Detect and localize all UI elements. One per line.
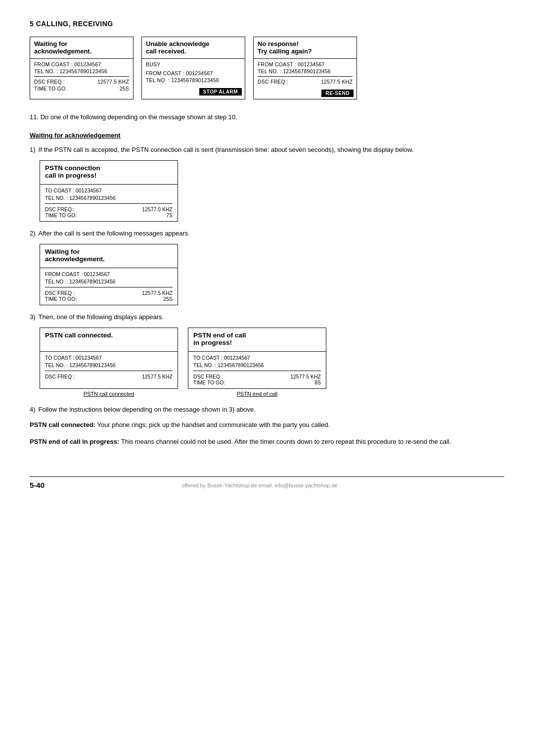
screen2-busy: BUSY <box>146 61 241 67</box>
pstn-connection-panel: PSTN connectioncall in progress! TO COAS… <box>40 160 178 222</box>
pstn-connected-row2: TEL NO. : 1234567890123456 <box>45 362 173 368</box>
pstn-conn-divider <box>45 203 173 204</box>
waiting-ack-divider <box>45 287 173 287</box>
screen3-btn-row: RE-SEND <box>254 88 356 99</box>
pstn-end-wrapper: PSTN end of callin progress! TO COAST : … <box>188 328 326 397</box>
screen1-row1: FROM COAST : 001234567 <box>34 61 129 67</box>
item3-content: Then, one of the following displays appe… <box>39 313 504 321</box>
screen1-top: Waiting foracknowledgement. <box>30 37 133 59</box>
screen2-row2: TEL NO. : 1234567890123456 <box>146 77 241 83</box>
waiting-ack-info: FROM COAST : 001234567 TEL NO. : 1234567… <box>40 268 178 305</box>
item1-num: 1) <box>30 146 36 153</box>
pstn-conn-time: TIME TO GO:7S <box>45 212 173 218</box>
item4-content: Follow the instructions below depending … <box>39 406 504 413</box>
screen1-info: FROM COAST : 001234567 TEL NO. : 1234567… <box>30 59 133 95</box>
pstn-conn-info: TO COAST : 001234567 TEL NO. : 123456789… <box>40 185 178 221</box>
waiting-ack-row1: FROM COAST : 001234567 <box>45 271 173 277</box>
top-screens-row: Waiting foracknowledgement. FROM COAST :… <box>30 37 504 99</box>
screen3-top: No response!Try calling again? <box>254 37 356 59</box>
two-screens-row: PSTN call connected. TO COAST : 00123456… <box>40 328 504 397</box>
pstn-end-top: PSTN end of callin progress! <box>188 328 326 352</box>
pstn-connected-caption: PSTN call connected <box>40 391 178 397</box>
para2: PSTN end of call in progress: This means… <box>30 437 504 447</box>
page-footer: 5-40 offered by Busse-Yachtshop.de email… <box>30 476 504 489</box>
step11-text: 11. Do one of the following depending on… <box>30 113 504 121</box>
screen-no-response: No response!Try calling again? FROM COAS… <box>253 37 357 99</box>
screen1-divider <box>34 76 129 77</box>
pstn-connected-top: PSTN call connected. <box>40 328 178 352</box>
screen3-divider <box>258 76 353 77</box>
item4: 4) Follow the instructions below dependi… <box>30 406 504 413</box>
screen2-row1: FROM COAST : 001234567 <box>146 70 241 76</box>
item4-num: 4) <box>30 406 36 413</box>
waiting-ack-top: Waiting foracknowledgement. <box>40 244 178 268</box>
pstn-connected-info: TO COAST : 001234567 TEL NO. : 123456789… <box>40 352 178 388</box>
re-send-button[interactable]: RE-SEND <box>321 90 354 97</box>
pstn-end-freq: DSC FREQ :12577.5 KHZ <box>193 374 321 379</box>
screen2-info: BUSY FROM COAST : 001234567 TEL NO. : 12… <box>142 59 245 87</box>
para2-bold: PSTN end of call in progress: <box>30 438 119 445</box>
pstn-end-row1: TO COAST : 001234567 <box>193 355 321 361</box>
footer-center: offered by Busse-Yachtshop.de email: inf… <box>44 482 475 488</box>
waiting-ack-row2: TEL NO. : 1234567890123456 <box>45 279 173 284</box>
pstn-end-time: TIME TO GO:8S <box>193 379 321 385</box>
pstn-conn-row2: TEL NO. : 1234567890123456 <box>45 195 173 201</box>
section-title: 5 CALLING, RECEIVING <box>30 20 504 28</box>
pstn-connected-wrapper: PSTN call connected. TO COAST : 00123456… <box>40 328 178 397</box>
screen2-top: Unable acknowledgecall received. <box>142 37 245 59</box>
screen2-btn-row: STOP ALARM <box>142 87 245 97</box>
item2-content: After the call is sent the following mes… <box>39 230 504 237</box>
screen3-freq: DSC FREQ :12577.5 KHZ <box>258 79 353 85</box>
pstn-end-caption: PSTN end of call <box>188 391 326 397</box>
screen3-info: FROM COAST : 001234567 TEL NO. : 1234567… <box>254 59 356 88</box>
screen-waiting-ack: Waiting foracknowledgement. FROM COAST :… <box>30 37 134 99</box>
stop-alarm-button[interactable]: STOP ALARM <box>199 88 242 95</box>
item2-num: 2) <box>30 230 36 237</box>
pstn-end-row2: TEL NO. : 1234567890123456 <box>193 362 321 368</box>
screen3-row2: TEL NO. : 1234567890123456 <box>258 68 353 74</box>
pstn-conn-row1: TO COAST : 001234567 <box>45 188 173 193</box>
pstn-end-divider <box>193 371 321 371</box>
pstn-connected-row1: TO COAST : 001234567 <box>45 355 173 361</box>
screen1-freq: DSC FREQ :12577.5 KHZ <box>34 79 129 85</box>
para1-bold: PSTN call connected: <box>30 421 95 428</box>
waiting-ack-time: TIME TO GO:25S <box>45 296 173 302</box>
pstn-connected-divider <box>45 371 173 371</box>
para2-text: This means channel could not be used. Af… <box>119 438 451 445</box>
item1: 1) If the PSTN call is accepted, the PST… <box>30 146 504 153</box>
waiting-ack-panel: Waiting foracknowledgement. FROM COAST :… <box>40 244 178 305</box>
screen1-row2: TEL NO. : 1234567890123456 <box>34 68 129 74</box>
waiting-ack-freq: DSC FREQ :12577.5 KHZ <box>45 290 173 296</box>
screen3-row1: FROM COAST : 001234567 <box>258 61 353 67</box>
page-number: 5-40 <box>30 481 44 489</box>
pstn-end-panel: PSTN end of callin progress! TO COAST : … <box>188 328 326 389</box>
item2: 2) After the call is sent the following … <box>30 230 504 237</box>
para1-text: Your phone rings; pick up the handset an… <box>95 421 330 428</box>
para1: PSTN call connected: Your phone rings; p… <box>30 420 504 430</box>
item3: 3) Then, one of the following displays a… <box>30 313 504 321</box>
item1-content: If the PSTN call is accepted, the PSTN c… <box>39 146 504 153</box>
pstn-end-info: TO COAST : 001234567 TEL NO. : 123456789… <box>188 352 326 388</box>
pstn-connected-freq: DSC FREQ :12577.5 KHZ <box>45 374 173 379</box>
screen1-time: TIME TO GO:25S <box>34 86 129 92</box>
waiting-ack-heading: Waiting for acknowledgement <box>30 132 504 139</box>
pstn-conn-freq: DSC FREQ :12577.0 KHZ <box>45 206 173 212</box>
item3-num: 3) <box>30 313 36 321</box>
pstn-conn-top: PSTN connectioncall in progress! <box>40 161 178 185</box>
pstn-connected-panel: PSTN call connected. TO COAST : 00123456… <box>40 328 178 389</box>
screen-unable-ack: Unable acknowledgecall received. BUSY FR… <box>141 37 245 99</box>
